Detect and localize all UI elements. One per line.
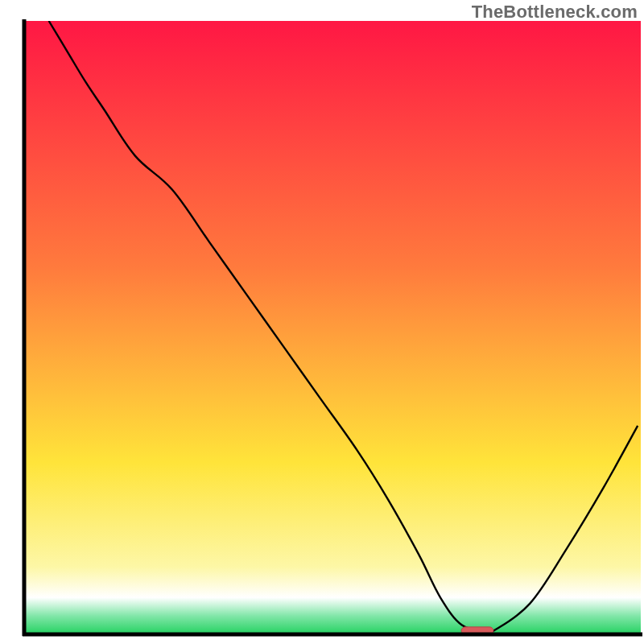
- chart-background: [24, 21, 641, 634]
- watermark-text: TheBottleneck.com: [472, 2, 638, 23]
- bottleneck-chart: [0, 0, 644, 644]
- chart-container: TheBottleneck.com: [0, 0, 644, 644]
